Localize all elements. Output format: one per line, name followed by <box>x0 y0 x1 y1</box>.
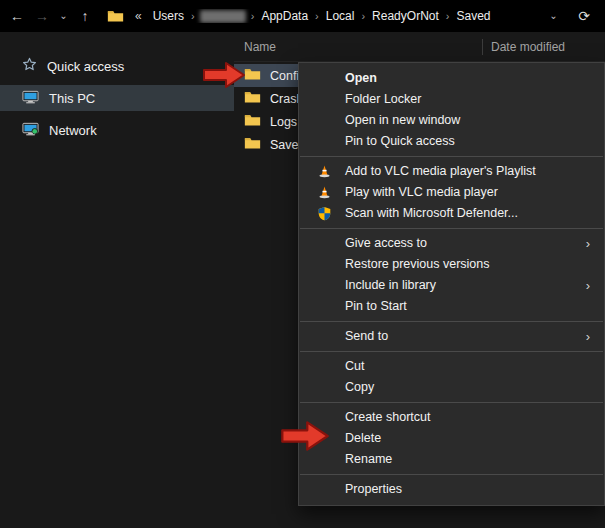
menu-separator <box>300 351 603 352</box>
refresh-icon[interactable]: ⟳ <box>575 0 593 32</box>
breadcrumb-item-saved[interactable]: Saved <box>454 9 492 23</box>
star-icon <box>22 57 37 75</box>
sidebar-item-label: Network <box>49 123 97 138</box>
sidebar-item-label: This PC <box>49 91 95 106</box>
red-arrow-pointing-at-delete-icon <box>279 419 331 456</box>
context-menu-item-label: Include in library <box>345 278 436 292</box>
context-menu-item-label: Send to <box>345 329 388 343</box>
breadcrumb-item-readyornot[interactable]: ReadyOrNot <box>370 9 441 23</box>
file-row-label: Logs <box>270 115 297 129</box>
breadcrumb-overflow[interactable]: « <box>135 9 142 23</box>
menu-separator <box>300 228 603 229</box>
context-menu-item-label: Give access to <box>345 236 427 250</box>
breadcrumb-separator-icon: › <box>446 10 450 22</box>
breadcrumb-separator-icon: › <box>361 10 365 22</box>
context-menu-item-pin-to-quick-access[interactable]: Pin to Quick access <box>299 131 604 152</box>
context-menu-item-pin-to-start[interactable]: Pin to Start <box>299 296 604 317</box>
context-menu-item-open[interactable]: Open <box>299 68 604 89</box>
breadcrumb-separator-icon: › <box>251 10 255 22</box>
submenu-chevron-icon: › <box>586 275 590 296</box>
sidebar-item-network[interactable]: Network <box>0 117 234 143</box>
menu-separator <box>300 402 603 403</box>
context-menu-item-include-in-library[interactable]: Include in library › <box>299 275 604 296</box>
red-arrow-pointing-at-config-icon <box>202 60 246 93</box>
context-menu-item-cut[interactable]: Cut <box>299 356 604 377</box>
context-menu-item-delete[interactable]: Delete <box>299 428 604 449</box>
breadcrumb-item-appdata[interactable]: AppData <box>259 9 310 23</box>
submenu-chevron-icon: › <box>586 326 590 347</box>
column-header-name[interactable]: Name <box>244 40 482 54</box>
defender-shield-icon <box>317 206 332 221</box>
up-button[interactable]: ↑ <box>76 0 94 32</box>
folder-icon <box>244 67 261 84</box>
submenu-chevron-icon: › <box>586 233 590 254</box>
breadcrumb: Users › › AppData › Local › ReadyOrNot ›… <box>151 9 541 23</box>
context-menu-item-create-shortcut[interactable]: Create shortcut <box>299 407 604 428</box>
menu-separator <box>300 156 603 157</box>
column-headers: Name Date modified <box>234 32 605 62</box>
breadcrumb-separator-icon: › <box>315 10 319 22</box>
toolbar: ← → ⌄ ↑ « Users › › AppData › Local › Re… <box>0 0 605 32</box>
forward-button[interactable]: → <box>33 0 51 32</box>
context-menu-item-send-to[interactable]: Send to › <box>299 326 604 347</box>
address-bar-actions: ⌄ ⟳ <box>548 0 597 32</box>
context-menu-item-folder-locker[interactable]: Folder Locker <box>299 89 604 110</box>
column-header-date-modified[interactable]: Date modified <box>491 40 565 54</box>
breadcrumb-item-user-redacted[interactable] <box>200 10 246 23</box>
recent-locations-dropdown-icon[interactable]: ⌄ <box>58 0 69 32</box>
breadcrumb-separator-icon: › <box>191 10 195 22</box>
menu-separator <box>300 474 603 475</box>
context-menu-item-label: Play with VLC media player <box>345 185 498 199</box>
context-menu-item-play-with-vlc[interactable]: Play with VLC media player <box>299 182 604 203</box>
address-folder-icon <box>107 9 124 23</box>
computer-icon <box>22 90 39 107</box>
context-menu-item-open-in-new-window[interactable]: Open in new window <box>299 110 604 131</box>
address-dropdown-icon[interactable]: ⌄ <box>548 0 559 32</box>
sidebar: Quick access This PC <box>0 32 234 528</box>
vlc-icon <box>317 185 332 200</box>
folder-icon <box>244 113 261 130</box>
folder-icon <box>244 90 261 107</box>
context-menu-item-rename[interactable]: Rename <box>299 449 604 470</box>
sidebar-item-label: Quick access <box>47 59 124 74</box>
breadcrumb-item-local[interactable]: Local <box>324 9 357 23</box>
column-divider[interactable] <box>482 39 483 55</box>
network-icon <box>22 122 39 139</box>
context-menu-item-label: Scan with Microsoft Defender... <box>345 206 518 220</box>
context-menu: Open Folder Locker Open in new window Pi… <box>298 62 605 506</box>
breadcrumb-item-users[interactable]: Users <box>151 9 186 23</box>
context-menu-item-restore-previous-versions[interactable]: Restore previous versions <box>299 254 604 275</box>
sidebar-item-quick-access[interactable]: Quick access <box>0 53 234 79</box>
context-menu-item-add-to-vlc-playlist[interactable]: Add to VLC media player's Playlist <box>299 161 604 182</box>
context-menu-item-give-access-to[interactable]: Give access to › <box>299 233 604 254</box>
context-menu-item-scan-with-defender[interactable]: Scan with Microsoft Defender... <box>299 203 604 224</box>
folder-icon <box>244 136 261 153</box>
context-menu-item-properties[interactable]: Properties <box>299 479 604 500</box>
menu-separator <box>300 321 603 322</box>
context-menu-item-copy[interactable]: Copy <box>299 377 604 398</box>
context-menu-item-label: Add to VLC media player's Playlist <box>345 164 536 178</box>
vlc-icon <box>317 164 332 179</box>
back-button[interactable]: ← <box>8 0 26 32</box>
sidebar-item-this-pc[interactable]: This PC <box>0 85 234 111</box>
